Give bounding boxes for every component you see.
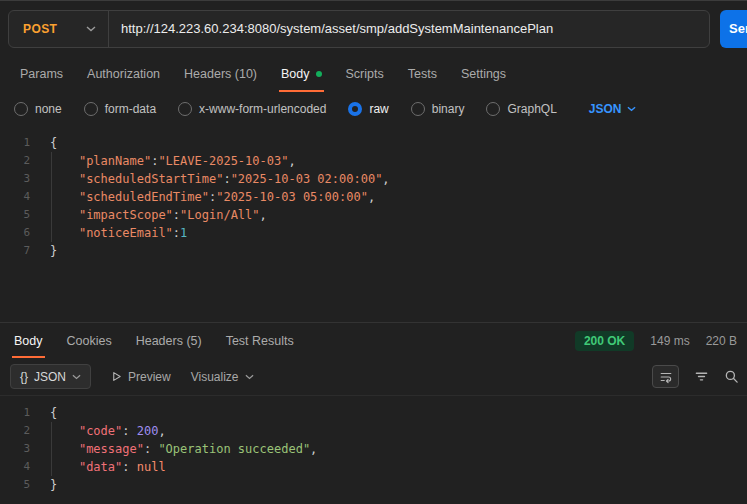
code-line[interactable]: 6 "noticeEmail":1: [0, 224, 747, 242]
postman-window: POST http://124.223.60.234:8080/system/a…: [0, 0, 747, 504]
tab-tests[interactable]: Tests: [398, 56, 447, 92]
radio-selected-icon: [348, 102, 362, 116]
tab-body-label: Body: [281, 67, 310, 81]
visualize-button[interactable]: Visualize: [191, 370, 254, 384]
code-line[interactable]: 3 "scheduledStartTime":"2025-10-03 02:00…: [0, 170, 747, 188]
response-tab-test-results[interactable]: Test Results: [216, 323, 304, 358]
request-url-bar: POST http://124.223.60.234:8080/system/a…: [0, 1, 747, 56]
line-number: 4: [0, 458, 30, 476]
line-number: 2: [0, 152, 30, 170]
code-line: 1{: [0, 404, 747, 422]
line-number: 5: [0, 476, 30, 494]
search-icon: [724, 369, 739, 384]
tab-body[interactable]: Body: [271, 56, 332, 92]
tab-authorization[interactable]: Authorization: [77, 56, 170, 92]
tab-settings[interactable]: Settings: [451, 56, 516, 92]
request-body-editor[interactable]: 1{2 "planName":"LEAVE-2025-10-03",3 "sch…: [0, 126, 747, 322]
response-tabs: Body Cookies Headers (5) Test Results: [2, 323, 304, 358]
code-line[interactable]: 5 "impactScope":"Login/All",: [0, 206, 747, 224]
line-number: 6: [0, 224, 30, 242]
filter-button[interactable]: [694, 369, 709, 384]
bodytype-raw[interactable]: raw: [348, 102, 388, 116]
response-size: 220 B: [706, 334, 737, 348]
indent-guide: [51, 152, 52, 242]
response-body-viewer: 1{2 "code": 200,3 "message": "Operation …: [0, 396, 747, 504]
toolbar-right: [652, 365, 739, 388]
radio-icon: [178, 102, 192, 116]
bodytype-binary[interactable]: binary: [411, 102, 465, 116]
url-box: POST http://124.223.60.234:8080/system/a…: [8, 10, 710, 48]
line-number: 1: [0, 134, 30, 152]
response-header: Body Cookies Headers (5) Test Results 20…: [0, 322, 747, 358]
response-time: 149 ms: [650, 334, 689, 348]
code-line[interactable]: 4 "scheduledEndTime":"2025-10-03 05:00:0…: [0, 188, 747, 206]
tab-headers[interactable]: Headers (10): [174, 56, 267, 92]
radio-icon: [411, 102, 425, 116]
chevron-down-icon: [245, 374, 254, 380]
response-tab-headers[interactable]: Headers (5): [126, 323, 212, 358]
chevron-down-icon: [86, 26, 96, 32]
play-icon: [111, 371, 122, 382]
method-select[interactable]: POST: [9, 11, 109, 47]
response-tab-body[interactable]: Body: [4, 323, 53, 358]
filter-icon: [694, 369, 709, 384]
code-line: 4 "data": null: [0, 458, 747, 476]
chevron-down-icon: [72, 374, 81, 380]
method-label: POST: [23, 22, 57, 36]
response-format-select[interactable]: {} JSON: [10, 364, 91, 389]
code-line: 3 "message": "Operation succeeded",: [0, 440, 747, 458]
code-line: 5}: [0, 476, 747, 494]
preview-button[interactable]: Preview: [111, 370, 171, 384]
response-meta: 200 OK 149 ms 220 B: [575, 323, 747, 358]
code-line[interactable]: 2 "planName":"LEAVE-2025-10-03",: [0, 152, 747, 170]
braces-icon: {}: [20, 370, 28, 384]
line-number: 3: [0, 170, 30, 188]
line-number: 2: [0, 422, 30, 440]
chevron-down-icon: [627, 106, 636, 112]
raw-language-select[interactable]: JSON: [589, 102, 636, 116]
request-tabs: Params Authorization Headers (10) Body S…: [0, 56, 747, 92]
wrap-text-button[interactable]: [652, 365, 679, 388]
line-number: 1: [0, 404, 30, 422]
code-line[interactable]: 1{: [0, 134, 747, 152]
url-input[interactable]: http://124.223.60.234:8080/system/asset/…: [109, 21, 709, 36]
radio-icon: [486, 102, 500, 116]
bodytype-none[interactable]: none: [14, 102, 62, 116]
radio-icon: [14, 102, 28, 116]
indent-guide: [51, 422, 52, 476]
send-button[interactable]: Send: [720, 10, 747, 48]
search-button[interactable]: [724, 369, 739, 384]
line-number: 4: [0, 188, 30, 206]
tab-scripts[interactable]: Scripts: [336, 56, 394, 92]
body-has-content-dot: [316, 71, 322, 77]
format-label: JSON: [34, 370, 66, 384]
line-number: 5: [0, 206, 30, 224]
code-line[interactable]: 7}: [0, 242, 747, 260]
body-type-row: none form-data x-www-form-urlencoded raw…: [0, 92, 747, 126]
bodytype-x-www-form-urlencoded[interactable]: x-www-form-urlencoded: [178, 102, 326, 116]
bodytype-graphql[interactable]: GraphQL: [486, 102, 556, 116]
wrap-text-icon: [659, 370, 673, 384]
response-tab-cookies[interactable]: Cookies: [57, 323, 122, 358]
response-toolbar: {} JSON Preview Visualize: [0, 358, 747, 396]
tab-params[interactable]: Params: [10, 56, 73, 92]
code-line: 2 "code": 200,: [0, 422, 747, 440]
line-number: 3: [0, 440, 30, 458]
radio-icon: [84, 102, 98, 116]
status-badge: 200 OK: [575, 331, 634, 351]
bodytype-form-data[interactable]: form-data: [84, 102, 156, 116]
line-number: 7: [0, 242, 30, 260]
